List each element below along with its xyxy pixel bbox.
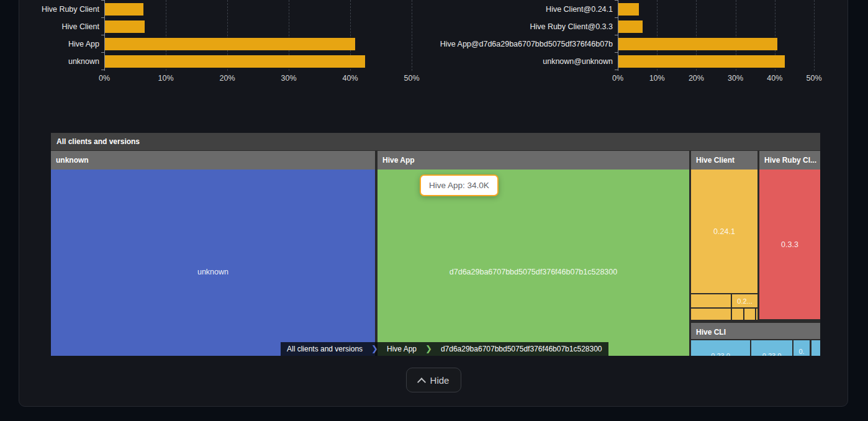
breadcrumb-separator-icon: ❯ xyxy=(423,342,435,356)
treemap-block-0.3.3[interactable]: 0.3.3 xyxy=(759,170,820,319)
category-label: Hive Ruby Client@0.3.3 xyxy=(414,22,613,32)
category-label: Hive App@d7d6a29ba6707bbd5075df376f46b07… xyxy=(414,39,613,49)
treemap-section-header-hive-app[interactable]: Hive App xyxy=(377,151,689,170)
axis-tick-label: 30% xyxy=(720,74,751,83)
y-axis-tick xyxy=(615,0,618,1)
tooltip: Hive App: 34.0K xyxy=(420,174,499,196)
y-axis-tick xyxy=(615,17,618,18)
treemap-block-0.2...[interactable]: 0.2... xyxy=(732,294,757,307)
treemap-block[interactable] xyxy=(756,309,757,320)
treemap-block[interactable] xyxy=(744,309,755,320)
treemap-block-0.23.0[interactable]: 0.23.0 xyxy=(751,340,792,356)
treemap-block[interactable] xyxy=(691,294,731,307)
treemap-block-0.24.1[interactable]: 0.24.1 xyxy=(691,170,757,293)
bar-hive-ruby-client-0.3.3[interactable] xyxy=(618,20,643,33)
treemap-block[interactable] xyxy=(691,309,731,320)
breadcrumb-item-all-clients-and-versions[interactable]: All clients and versions xyxy=(281,342,369,356)
y-axis-tick xyxy=(615,35,618,35)
breadcrumb-item-version-hash[interactable]: d7d6a29ba6707bbd5075df376f46b07b1c528300 xyxy=(435,342,608,356)
axis-tick-label: 0% xyxy=(602,74,633,83)
treemap-section-header-unknown[interactable]: unknown xyxy=(51,151,375,170)
gridline xyxy=(814,0,815,71)
treemap-block-d7d6a29ba6707bbd5075df376f46b07b1c528300[interactable]: d7d6a29ba6707bbd5075df376f46b07b1c528300 xyxy=(377,170,689,356)
treemap-block-unknown[interactable]: unknown xyxy=(51,170,375,356)
axis-tick-label: 50% xyxy=(798,74,830,83)
category-label: Hive Client@0.24.1 xyxy=(414,4,613,14)
treemap-block-0.[interactable]: 0. xyxy=(793,340,810,356)
hide-button-label: Hide xyxy=(430,375,450,386)
axis-tick-label: 40% xyxy=(759,74,790,83)
hide-button[interactable]: Hide xyxy=(406,368,461,392)
y-axis-tick xyxy=(615,52,618,53)
chevron-up-icon xyxy=(417,378,425,386)
breadcrumb-item-hive-app[interactable]: Hive App xyxy=(381,342,423,356)
bar-unknown-unknown[interactable] xyxy=(618,55,785,68)
axis-tick-label: 20% xyxy=(680,74,712,83)
bar-hive-app-d7d6a29ba6707bbd5075df376f46b07[interactable] xyxy=(618,38,777,50)
dashboard: Hive Ruby ClientHive ClientHive Appunkno… xyxy=(0,0,868,421)
category-label: unknown@unknown xyxy=(414,57,613,66)
treemap-block[interactable] xyxy=(732,309,743,320)
bar-hive-client-0.24.1[interactable] xyxy=(618,3,639,16)
tooltip-text: Hive App: 34.0K xyxy=(429,181,489,190)
treemap-block[interactable] xyxy=(811,340,820,356)
breadcrumb: All clients and versions ❯ Hive App ❯ d7… xyxy=(281,342,608,356)
treemap-section-header-hive-ruby-cl...[interactable]: Hive Ruby Cl... xyxy=(759,151,820,170)
treemap-title[interactable]: All clients and versions xyxy=(51,133,820,150)
treemap-section-header-hive-client[interactable]: Hive Client xyxy=(691,151,757,170)
treemap-all-clients-and-versions: All clients and versionsunknownHive AppH… xyxy=(51,133,820,356)
y-axis-tick xyxy=(615,70,618,70)
treemap-block-0.23.0[interactable]: 0.23.0 xyxy=(691,340,750,356)
axis-tick-label: 10% xyxy=(641,74,672,83)
breadcrumb-separator-icon: ❯ xyxy=(369,342,381,356)
treemap-section-header-hive-cli[interactable]: Hive CLI xyxy=(691,323,820,339)
